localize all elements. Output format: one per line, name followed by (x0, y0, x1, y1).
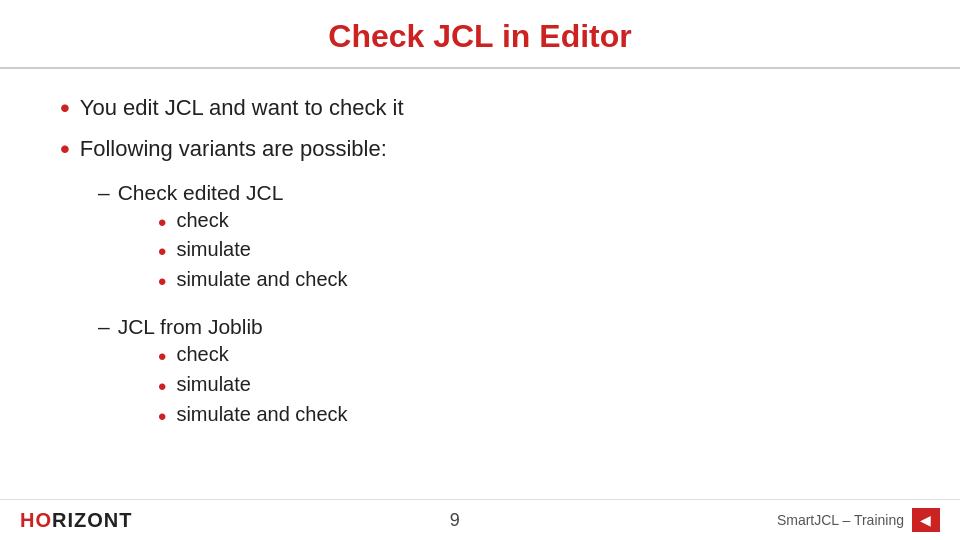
joblib-label-3: simulate and check (176, 403, 347, 426)
footer-brand: SmartJCL – Training ◀ (777, 508, 940, 532)
bullet-2-text: Following variants are possible: (80, 134, 387, 165)
slide-title: Check JCL in Editor (40, 18, 920, 55)
slide-header: Check JCL in Editor (0, 0, 960, 69)
check-edited-label-3: simulate and check (176, 268, 347, 291)
footer-nav-button[interactable]: ◀ (912, 508, 940, 532)
section-joblib-title: JCL from Joblib (118, 315, 263, 339)
joblib-dot-3: • (158, 403, 166, 431)
section-joblib-items: • check • simulate • simulate and check (158, 343, 900, 430)
section-check-edited-title: Check edited JCL (118, 181, 284, 205)
check-edited-dot-1: • (158, 209, 166, 237)
check-edited-dot-3: • (158, 268, 166, 296)
joblib-dot-1: • (158, 343, 166, 371)
check-edited-item-3: • simulate and check (158, 268, 900, 296)
dash-2: – (98, 315, 110, 339)
bullet-2-dot: • (60, 134, 70, 165)
joblib-label-1: check (176, 343, 228, 366)
slide-footer: HORIZONT 9 SmartJCL – Training ◀ (0, 499, 960, 540)
joblib-label-2: simulate (176, 373, 250, 396)
bullet-1: • You edit JCL and want to check it (60, 93, 900, 124)
slide-content: • You edit JCL and want to check it • Fo… (0, 69, 960, 499)
check-edited-label-1: check (176, 209, 228, 232)
section-check-edited-items: • check • simulate • simulate and check (158, 209, 900, 296)
footer-brand-text: SmartJCL – Training (777, 512, 904, 528)
check-edited-item-1: • check (158, 209, 900, 237)
joblib-item-1: • check (158, 343, 900, 371)
check-edited-label-2: simulate (176, 238, 250, 261)
section-check-edited-label: – Check edited JCL (98, 181, 900, 205)
dash-1: – (98, 181, 110, 205)
logo-red-part: HO (20, 509, 52, 531)
check-edited-item-2: • simulate (158, 238, 900, 266)
section-check-edited: – Check edited JCL • check • simulate • … (98, 181, 900, 304)
joblib-dot-2: • (158, 373, 166, 401)
bullet-1-text: You edit JCL and want to check it (80, 93, 404, 124)
section-joblib: – JCL from Joblib • check • simulate • s… (98, 315, 900, 438)
bullet-2: • Following variants are possible: (60, 134, 900, 165)
joblib-item-3: • simulate and check (158, 403, 900, 431)
bullet-1-dot: • (60, 93, 70, 124)
check-edited-dot-2: • (158, 238, 166, 266)
footer-logo: HORIZONT (20, 509, 132, 532)
slide: Check JCL in Editor • You edit JCL and w… (0, 0, 960, 540)
joblib-item-2: • simulate (158, 373, 900, 401)
section-joblib-label: – JCL from Joblib (98, 315, 900, 339)
footer-page-number: 9 (450, 510, 460, 531)
logo-black-part: RIZONT (52, 509, 132, 531)
